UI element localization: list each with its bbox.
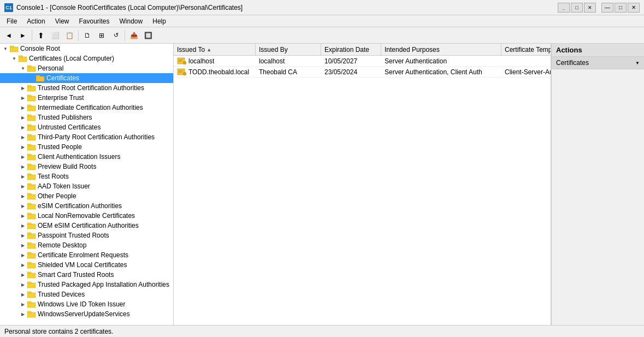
expand-other-people[interactable]: ▶ [19,192,27,200]
expand-local-nonremovable[interactable]: ▶ [19,211,27,220]
expand-preview-build[interactable]: ▶ [19,162,27,171]
tree-item-aad-token[interactable]: ▶ AAD Token Issuer [0,181,173,191]
expand-windows-server-update[interactable]: ▶ [19,310,27,318]
tree-item-windows-live[interactable]: ▶ Windows Live ID Token Issuer [0,299,173,309]
tree-label-other-people: Other People [38,192,76,200]
expand-trusted-people[interactable]: ▶ [19,143,27,151]
max-button[interactable]: □ [615,3,627,13]
tree-item-untrusted[interactable]: ▶ Untrusted Certificates [0,122,173,132]
expand-client-auth[interactable]: ▶ [19,152,27,161]
tree-item-windows-server-update[interactable]: ▶ WindowsServerUpdateServices [0,309,173,319]
tree-item-cert-enrolment[interactable]: ▶ Certificate Enrolment Requests [0,250,173,260]
col-header-purposes[interactable]: Intended Purposes [381,44,501,55]
table-row[interactable]: localhost localhost 10/05/2027 Server Au… [174,56,551,67]
folder-icon-enterprise [27,94,36,102]
tree-item-personal[interactable]: ▼ Personal [0,63,173,73]
tree-item-oem-esim[interactable]: ▶ OEM eSIM Certification Authorities [0,221,173,230]
toolbar-export[interactable]: 📤 [127,29,140,42]
tree-item-esim[interactable]: ▶ eSIM Certification Authorities [0,201,173,211]
sub-close-button[interactable]: ✕ [584,3,596,13]
expand-third-party[interactable]: ▶ [19,133,27,141]
col-header-issued-to[interactable]: Issued To ▲ [174,44,256,55]
expand-test-roots[interactable]: ▶ [19,172,27,181]
tree-item-remote-desktop[interactable]: ▶ Remote Desktop [0,240,173,250]
expand-personal[interactable]: ▼ [19,64,27,73]
tree-label-aad-token: AAD Token Issuer [38,182,90,190]
tree-item-intermediate[interactable]: ▶ Intermediate Certification Authorities [0,103,173,113]
toolbar-show-hide[interactable]: ⬜ [49,29,62,42]
tree-item-third-party[interactable]: ▶ Third-Party Root Certification Authori… [0,132,173,142]
tree-item-trusted-root[interactable]: ▶ Trusted Root Certification Authorities [0,83,173,93]
tree-item-preview-build[interactable]: ▶ Preview Build Roots [0,162,173,172]
tree-item-console-root[interactable]: ▼ Console Root [0,44,173,54]
menu-action[interactable]: Action [22,16,49,26]
toolbar-properties[interactable]: ⊞ [95,29,108,42]
expand-smart-card[interactable]: ▶ [19,270,27,279]
toolbar-browse[interactable]: 📋 [63,29,76,42]
svg-rect-13 [27,105,31,107]
menu-view[interactable]: View [51,16,74,26]
col-header-issued-by[interactable]: Issued By [256,44,321,55]
tree-item-passpoint[interactable]: ▶ Passpoint Trusted Roots [0,230,173,240]
svg-rect-35 [27,213,31,215]
table-row[interactable]: TODD.theobald.local Theobald CA 23/05/20… [174,67,551,78]
col-header-expiration[interactable]: Expiration Date [321,44,381,55]
toolbar-back[interactable]: ◄ [2,29,15,42]
menu-favourites[interactable]: Favourites [75,16,114,26]
close-button[interactable]: ✕ [628,3,640,13]
toolbar-forward[interactable]: ► [16,29,29,42]
tree-item-trusted-devices[interactable]: ▶ Trusted Devices [0,289,173,299]
expand-shielded-vm[interactable]: ▶ [19,261,27,269]
expand-local-computer[interactable]: ▼ [10,54,19,63]
expand-cert-enrolment[interactable]: ▶ [19,251,27,259]
expand-remote-desktop[interactable]: ▶ [19,241,27,250]
tree-item-trusted-people[interactable]: ▶ Trusted People [0,142,173,152]
menu-file[interactable]: File [2,16,21,26]
svg-rect-5 [27,66,31,67]
tree-item-shielded-vm[interactable]: ▶ Shielded VM Local Certificates [0,260,173,270]
menu-window[interactable]: Window [115,16,147,26]
tree-label-esim: eSIM Certification Authorities [38,202,122,210]
svg-rect-36 [27,224,36,229]
expand-enterprise[interactable]: ▶ [19,93,27,102]
toolbar: ◄ ► ⬆ ⬜ 📋 🗋 ⊞ ↺ 📤 🔲 [0,27,644,44]
tree-item-other-people[interactable]: ▶ Other People [0,191,173,201]
toolbar-new[interactable]: 🗋 [81,29,94,42]
menu-help[interactable]: Help [148,16,170,26]
expand-esim[interactable]: ▶ [19,202,27,210]
col-header-template[interactable]: Certificate Template [501,44,551,55]
tree-label-windows-server-update: WindowsServerUpdateServices [38,310,130,318]
expand-aad-token[interactable]: ▶ [19,182,27,191]
toolbar-import[interactable]: 🔲 [141,29,155,42]
min-button[interactable]: — [601,3,613,13]
tree-label-trusted-devices: Trusted Devices [38,291,85,298]
tree-item-trusted-pkg[interactable]: ▶ Trusted Packaged App Installation Auth… [0,280,173,289]
expand-certificates[interactable] [27,74,36,82]
sub-min-button[interactable]: _ [558,3,570,13]
actions-sub-header[interactable]: Certificates ▼ [552,57,644,69]
tree-item-local-nonremovable[interactable]: ▶ Local NonRemovable Certificates [0,211,173,221]
expand-intermediate[interactable]: ▶ [19,103,27,112]
expand-untrusted[interactable]: ▶ [19,123,27,132]
expand-trusted-publishers[interactable]: ▶ [19,113,27,122]
expand-console-root[interactable]: ▼ [1,44,10,53]
expand-passpoint[interactable]: ▶ [19,231,27,240]
tree-item-test-roots[interactable]: ▶ Test Roots [0,172,173,181]
toolbar-refresh[interactable]: ↺ [109,29,122,42]
toolbar-up[interactable]: ⬆ [34,29,48,42]
tree-item-trusted-publishers[interactable]: ▶ Trusted Publishers [0,113,173,122]
sub-max-button[interactable]: □ [571,3,583,13]
expand-trusted-root[interactable]: ▶ [19,84,27,92]
tree-item-certificates[interactable]: Certificates [0,73,173,83]
expand-trusted-pkg[interactable]: ▶ [19,280,27,289]
tree-item-local-computer[interactable]: ▼ Certificates (Local Computer) [0,54,173,63]
expand-oem-esim[interactable]: ▶ [19,221,27,230]
tree-item-smart-card[interactable]: ▶ Smart Card Trusted Roots [0,270,173,280]
expand-windows-live[interactable]: ▶ [19,300,27,309]
folder-icon-aad-token [27,182,36,190]
tree-item-client-auth[interactable]: ▶ Client Authentication Issuers [0,152,173,162]
menu-bar: File Action View Favourites Window Help [0,15,644,27]
tree-item-enterprise[interactable]: ▶ Enterprise Trust [0,93,173,103]
tree-label-local-nonremovable: Local NonRemovable Certificates [38,212,135,220]
expand-trusted-devices[interactable]: ▶ [19,290,27,299]
